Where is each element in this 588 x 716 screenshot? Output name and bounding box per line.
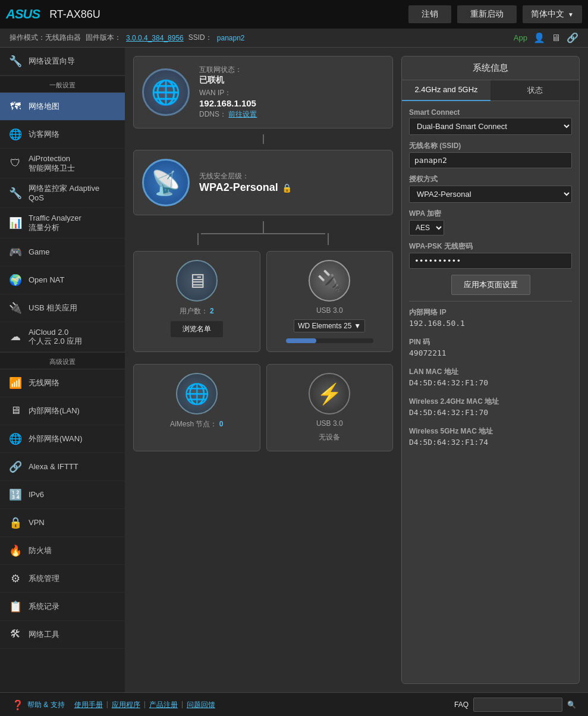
sidebar-section-advanced: 高级设置 bbox=[0, 352, 125, 369]
sidebar-wan-label: 外部网络(WAN) bbox=[29, 434, 83, 444]
tab-status[interactable]: 状态 bbox=[490, 80, 579, 101]
sidebar-item-wan[interactable]: 🌐 外部网络(WAN) bbox=[0, 425, 125, 453]
security-label: 无线安全层级： bbox=[199, 171, 292, 181]
firewall-icon: 🔥 bbox=[7, 542, 24, 559]
content-area: 🌐 互联网状态： 已联机 WAN IP： 192.168.1.105 DDNS：… bbox=[125, 48, 588, 692]
display-icon[interactable]: 🖥 bbox=[551, 33, 561, 43]
sidebar-item-guest[interactable]: 🌐 访客网络 bbox=[0, 121, 125, 149]
usb-device-name: WD Elements 25 bbox=[298, 322, 351, 330]
ssid-field-label: 无线名称 (SSID) bbox=[409, 141, 572, 151]
sidebar-traffic-label: Traffic Analyzer流量分析 bbox=[29, 213, 81, 232]
ipv6-icon: 🔢 bbox=[7, 486, 24, 503]
internal-ip-label: 内部网络 IP bbox=[409, 307, 572, 318]
logout-button[interactable]: 注销 bbox=[408, 5, 451, 23]
sidebar-item-lan[interactable]: 🖥 内部网络(LAN) bbox=[0, 397, 125, 425]
wifi24-mac-val: D4:5D:64:32:F1:70 bbox=[409, 408, 572, 417]
sidebar-item-syslog[interactable]: 📋 系统记录 bbox=[0, 593, 125, 621]
sidebar-item-ipv6[interactable]: 🔢 IPv6 bbox=[0, 481, 125, 509]
sidebar-item-firewall[interactable]: 🔥 防火墙 bbox=[0, 537, 125, 565]
sidebar-guest-label: 访客网络 bbox=[29, 130, 59, 139]
tab-24g-5g[interactable]: 2.4GHz and 5GHz bbox=[402, 80, 490, 101]
sidebar-item-nettool[interactable]: 🛠 网络工具 bbox=[0, 621, 125, 649]
sysinfo-tabs: 2.4GHz and 5GHz 状态 bbox=[402, 80, 579, 101]
footer-link-app[interactable]: 应用程序 bbox=[112, 700, 140, 710]
internal-ip-field: 内部网络 IP 192.168.50.1 bbox=[409, 307, 572, 328]
ssid-input[interactable] bbox=[409, 152, 572, 168]
divider bbox=[409, 301, 572, 302]
usb1-icon: 🔌 bbox=[309, 260, 350, 302]
search-icon[interactable]: 🔍 bbox=[567, 701, 576, 709]
net-bottom-nodes: 🖥 用户数： 2 浏览名单 🔌 USB 3.0 WD Elements 25 ▼ bbox=[133, 251, 393, 352]
net-bottom-nodes-2: 🌐 AiMesh 节点： 0 ⚡ USB 3.0 无设备 bbox=[133, 364, 393, 451]
sidebar-item-aicloud[interactable]: ☁ AiCloud 2.0个人云 2.0 应用 bbox=[0, 322, 125, 352]
internet-status-val: 已联机 bbox=[199, 75, 257, 86]
sidebar-item-traffic[interactable]: 📊 Traffic Analyzer流量分析 bbox=[0, 208, 125, 238]
smart-connect-field: Smart Connect Dual-Band Smart Connect bbox=[409, 108, 572, 135]
apply-button[interactable]: 应用本页面设置 bbox=[451, 275, 530, 295]
wpa-enc-label: WPA 加密 bbox=[409, 209, 572, 219]
wpa-enc-row: AES bbox=[409, 220, 572, 235]
syslog-icon: 📋 bbox=[7, 598, 24, 615]
user-icon[interactable]: 👤 bbox=[533, 32, 545, 43]
auth-field: 授权方式 WPA2-Personal bbox=[409, 174, 572, 203]
usb2-status: 无设备 bbox=[319, 432, 340, 442]
restart-button[interactable]: 重新启动 bbox=[457, 5, 517, 23]
browse-clients-button[interactable]: 浏览名单 bbox=[171, 321, 223, 337]
smart-connect-label: Smart Connect bbox=[409, 108, 572, 117]
smart-connect-select[interactable]: Dual-Band Smart Connect bbox=[409, 118, 572, 135]
footer-link-register[interactable]: 产品注册 bbox=[149, 700, 178, 710]
usb-usage-bar bbox=[286, 338, 316, 343]
router-box: 📡 无线安全层级： WPA2-Personal 🔒 bbox=[133, 150, 393, 215]
aimesh-count: 0 bbox=[219, 420, 224, 428]
sidebar-item-wizard[interactable]: 🔧 网络设置向导 bbox=[0, 48, 125, 76]
wpa-enc-select[interactable]: AES bbox=[409, 220, 444, 235]
sidebar-item-aiprotection[interactable]: 🛡 AiProtection智能网络卫士 bbox=[0, 149, 125, 178]
usb1-node: 🔌 USB 3.0 WD Elements 25 ▼ bbox=[266, 251, 394, 352]
aimesh-icon: 🌐 bbox=[176, 373, 218, 414]
sidebar-item-alexa[interactable]: 🔗 Alexa & IFTTT bbox=[0, 453, 125, 481]
sidebar-item-opennat[interactable]: 🌍 Open NAT bbox=[0, 266, 125, 294]
sidebar-qos-label: 网络监控家 AdaptiveQoS bbox=[29, 184, 99, 202]
sidebar-wireless-label: 无线网络 bbox=[29, 378, 59, 388]
ddns-label: DDNS： bbox=[199, 110, 227, 118]
app-label: App bbox=[514, 33, 527, 42]
usb-device-select[interactable]: WD Elements 25 ▼ bbox=[294, 319, 365, 332]
sidebar-wizard-label: 网络设置向导 bbox=[29, 56, 75, 66]
sidebar-item-wireless[interactable]: 📶 无线网络 bbox=[0, 369, 125, 397]
usb-icon: 🔌 bbox=[7, 300, 24, 316]
share-icon[interactable]: 🔗 bbox=[567, 32, 578, 43]
sidebar-opennat-label: Open NAT bbox=[29, 275, 64, 285]
help-link[interactable]: 帮助 & 支持 bbox=[27, 700, 65, 710]
sidebar-game-label: Game bbox=[29, 247, 49, 257]
lan-mac-label: LAN MAC 地址 bbox=[409, 367, 572, 377]
footer-right: FAQ 🔍 bbox=[454, 698, 576, 712]
top-bar: ASUS RT-AX86U 注销 重新启动 简体中文 ▼ bbox=[0, 0, 588, 29]
language-selector[interactable]: 简体中文 ▼ bbox=[523, 5, 582, 23]
faq-search-input[interactable] bbox=[473, 698, 562, 712]
sidebar-item-sysadmin[interactable]: ⚙ 系统管理 bbox=[0, 565, 125, 593]
nettool-icon: 🛠 bbox=[7, 626, 24, 643]
connector-v1 bbox=[133, 134, 393, 144]
firmware-version-link[interactable]: 3.0.0.4_384_8956 bbox=[126, 34, 184, 42]
network-map: 🌐 互联网状态： 已联机 WAN IP： 192.168.1.105 DDNS：… bbox=[133, 56, 393, 684]
sidebar-item-usb[interactable]: 🔌 USB 相关应用 bbox=[0, 294, 125, 322]
aiprotection-icon: 🛡 bbox=[7, 155, 24, 172]
aimesh-node: 🌐 AiMesh 节点： 0 bbox=[133, 364, 260, 451]
usb1-title: USB 3.0 bbox=[316, 306, 343, 315]
sidebar-item-vpn[interactable]: 🔒 VPN bbox=[0, 509, 125, 537]
qos-icon: 🔧 bbox=[7, 185, 24, 202]
footer-link-manual[interactable]: 使用手册 bbox=[74, 700, 103, 710]
wpa-psk-input[interactable] bbox=[409, 253, 572, 269]
wpa-enc-field: WPA 加密 AES bbox=[409, 209, 572, 235]
aicloud-icon: ☁ bbox=[7, 328, 24, 345]
usb2-node: ⚡ USB 3.0 无设备 bbox=[266, 364, 394, 451]
sidebar-item-qos[interactable]: 🔧 网络监控家 AdaptiveQoS bbox=[0, 178, 125, 208]
vpn-icon: 🔒 bbox=[7, 514, 24, 531]
footer-link-feedback[interactable]: 问题回馈 bbox=[187, 700, 215, 710]
chevron-down-icon: ▼ bbox=[568, 11, 574, 18]
auth-select[interactable]: WPA2-Personal bbox=[409, 186, 572, 203]
sidebar-item-game[interactable]: 🎮 Game bbox=[0, 238, 125, 266]
ddns-link[interactable]: 前往设置 bbox=[228, 110, 257, 118]
sidebar-item-netmap[interactable]: 🗺 网络地图 bbox=[0, 93, 125, 121]
sidebar-aiprotection-label: AiProtection智能网络卫士 bbox=[29, 154, 75, 172]
